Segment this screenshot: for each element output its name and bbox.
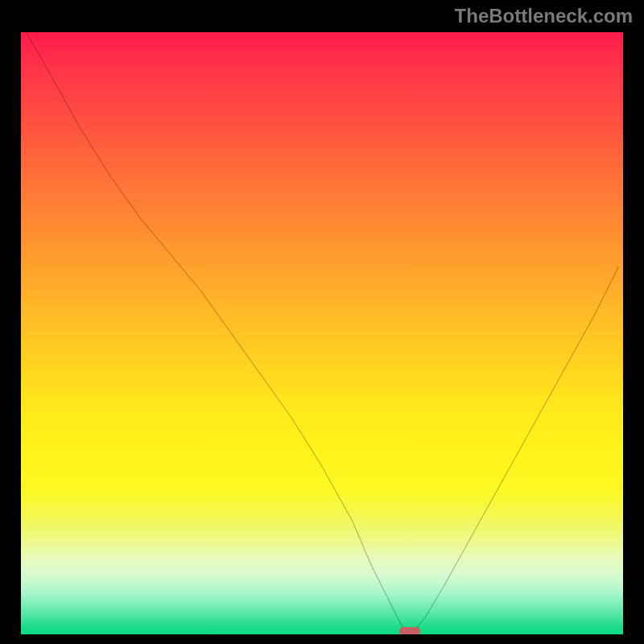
dip-marker — [399, 627, 420, 634]
plot-area — [19, 31, 625, 636]
curve-path — [26, 31, 619, 636]
watermark-text: TheBottleneck.com — [455, 5, 633, 27]
bottleneck-curve — [19, 31, 625, 636]
chart-container: TheBottleneck.com — [0, 0, 644, 644]
